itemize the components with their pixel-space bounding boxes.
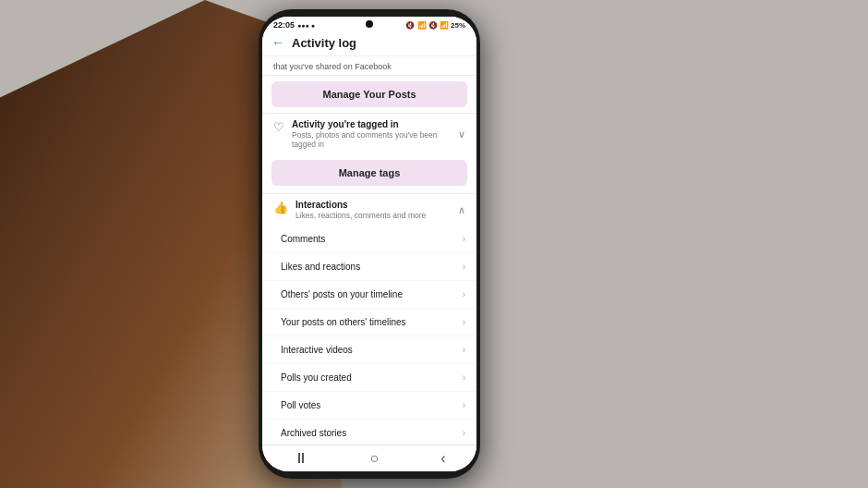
tagged-section-subtitle: Posts, photos and comments you've been t… (292, 130, 458, 149)
phone-screen: 22:05 ●●● ● 🔇 📶 🔇 📶 25% ← Activity log t… (262, 17, 476, 471)
list-item-label: Archived stories (281, 428, 346, 438)
list-item[interactable]: Comments › (262, 226, 476, 253)
list-item[interactable]: Your posts on others' timelines › (262, 309, 476, 336)
interactions-subtitle: Likes, reactions, comments and more (295, 211, 426, 220)
main-content: that you've shared on Facebook Manage Yo… (262, 56, 476, 445)
nav-back-icon[interactable]: ‹ (440, 450, 445, 467)
list-item[interactable]: Poll votes › (262, 392, 476, 420)
list-chevron: › (463, 400, 465, 410)
back-button[interactable]: ← (271, 35, 284, 50)
camera-dot (366, 20, 373, 28)
tagged-chevron: ∨ (458, 128, 465, 140)
scene: 22:05 ●●● ● 🔇 📶 🔇 📶 25% ← Activity log t… (0, 0, 868, 488)
interactions-chevron: ∧ (458, 204, 465, 216)
nav-pause-icon[interactable]: ⏸ (294, 450, 308, 467)
list-item-label: Your posts on others' timelines (281, 317, 406, 327)
tag-icon: ♡ (273, 120, 284, 134)
status-battery: 🔇 📶 25% (428, 21, 465, 30)
list-chevron: › (463, 372, 465, 383)
list-chevron: › (463, 317, 465, 327)
list-item[interactable]: Others' posts on your timeline › (262, 281, 476, 309)
list-chevron: › (463, 345, 465, 355)
manage-tags-button[interactable]: Manage tags (271, 160, 467, 186)
bottom-navigation: ⏸ ○ ‹ (262, 445, 476, 471)
manage-posts-button[interactable]: Manage Your Posts (271, 81, 467, 107)
list-item-label: Likes and reactions (281, 262, 360, 272)
interactions-title: Interactions (295, 200, 426, 210)
list-chevron: › (463, 234, 465, 244)
list-chevron: › (463, 289, 465, 299)
status-left: 22:05 ●●● ● (273, 20, 315, 30)
tagged-section-title: Activity you're tagged in (292, 119, 458, 129)
list-item-label: Comments (281, 234, 325, 244)
tagged-section-row[interactable]: ♡ Activity you're tagged in Posts, photo… (262, 113, 476, 154)
list-item-archived-stories[interactable]: Archived stories › (262, 420, 476, 445)
list-item[interactable]: Likes and reactions › (262, 253, 476, 281)
status-signal: 🔇 📶 (405, 21, 426, 30)
list-item-label: Polls you created (281, 372, 352, 383)
interactions-section-info: Interactions Likes, reactions, comments … (295, 200, 426, 220)
tagged-section-left: ♡ Activity you're tagged in Posts, photo… (273, 119, 458, 149)
status-right: 🔇 📶 🔇 📶 25% (405, 21, 465, 30)
tagged-section-info: Activity you're tagged in Posts, photos … (292, 119, 458, 149)
list-chevron: › (463, 262, 465, 272)
page-title: Activity log (292, 36, 356, 50)
status-time: 22:05 (273, 20, 295, 30)
list-item-label: Poll votes (281, 400, 320, 410)
top-description: that you've shared on Facebook (262, 56, 476, 76)
like-icon: 👍 (273, 201, 288, 214)
interactions-section-row[interactable]: 👍 Interactions Likes, reactions, comment… (262, 193, 476, 226)
list-item-label: Others' posts on your timeline (281, 289, 403, 299)
list-chevron: › (463, 428, 465, 438)
interactions-section-left: 👍 Interactions Likes, reactions, comment… (273, 200, 458, 220)
app-header: ← Activity log (262, 31, 476, 56)
phone-device: 22:05 ●●● ● 🔇 📶 🔇 📶 25% ← Activity log t… (259, 9, 480, 479)
list-item[interactable]: Interactive videos › (262, 336, 476, 364)
status-icons-left: ●●● ● (297, 22, 315, 29)
interactions-list: Comments › Likes and reactions › Others'… (262, 226, 476, 445)
list-item-label: Interactive videos (281, 345, 353, 355)
nav-home-icon[interactable]: ○ (370, 450, 380, 467)
list-item[interactable]: Polls you created › (262, 364, 476, 392)
